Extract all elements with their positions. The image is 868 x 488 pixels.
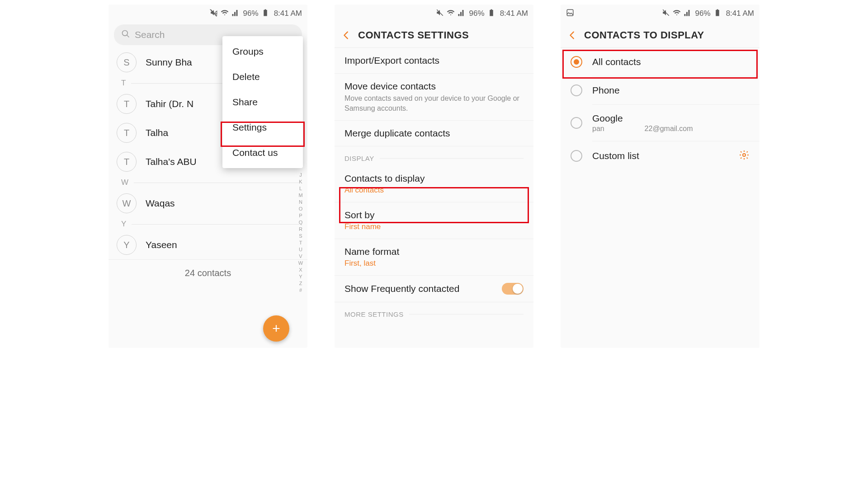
option-custom-list[interactable]: Custom list — [561, 141, 760, 170]
back-button[interactable] — [567, 30, 578, 40]
avatar: S — [117, 52, 137, 72]
screen-contacts-list: 96% 8:41 AM Search S Sunny Bha T T Tahir… — [108, 5, 307, 348]
app-header: CONTACTS SETTINGS — [335, 23, 533, 48]
toggle-switch[interactable] — [502, 283, 524, 295]
section-header-w: W — [108, 176, 307, 189]
settings-list: Import/Export contacts Move device conta… — [335, 48, 533, 322]
radio-button[interactable] — [571, 150, 582, 162]
option-google[interactable]: Google pan 22@gmail.com — [561, 105, 760, 141]
battery-percent: 96% — [243, 9, 259, 18]
svg-point-1 — [123, 30, 128, 36]
radio-button[interactable] — [571, 84, 582, 96]
wifi-icon — [447, 9, 455, 19]
menu-settings[interactable]: Settings — [222, 115, 303, 140]
contact-name: Yaseen — [146, 239, 177, 250]
svg-rect-5 — [567, 9, 573, 16]
alpha-index[interactable]: J K L M N O P Q R S T U V W X Y Z # — [296, 172, 306, 294]
avatar: T — [117, 152, 137, 172]
setting-move-device[interactable]: Move device contacts Move contacts saved… — [335, 74, 533, 121]
screen-contacts-to-display: 96% 8:41 AM CONTACTS TO DISPLAY All cont… — [561, 5, 760, 348]
plus-icon: + — [272, 321, 280, 336]
avatar: Y — [117, 235, 137, 255]
svg-point-8 — [743, 154, 745, 156]
status-time: 8:41 AM — [726, 9, 754, 18]
page-title: CONTACTS TO DISPLAY — [584, 29, 704, 41]
avatar: T — [117, 94, 137, 114]
setting-import-export[interactable]: Import/Export contacts — [335, 48, 533, 74]
mute-icon — [436, 9, 444, 19]
status-bar: 96% 8:41 AM — [561, 5, 760, 23]
add-contact-fab[interactable]: + — [263, 315, 289, 342]
section-header-y: Y — [108, 218, 307, 230]
svg-line-2 — [127, 35, 129, 37]
option-all-contacts[interactable]: All contacts — [561, 48, 760, 76]
svg-rect-7 — [717, 9, 718, 10]
menu-delete[interactable]: Delete — [222, 64, 303, 89]
page-title: CONTACTS SETTINGS — [358, 29, 469, 41]
battery-icon — [713, 9, 722, 19]
search-placeholder: Search — [135, 29, 165, 40]
gear-icon[interactable] — [739, 150, 750, 162]
svg-rect-4 — [491, 9, 492, 10]
chevron-left-icon — [341, 30, 351, 40]
radio-button[interactable] — [571, 56, 582, 68]
menu-groups[interactable]: Groups — [222, 39, 303, 64]
radio-button[interactable] — [571, 117, 582, 129]
search-icon — [121, 29, 130, 41]
status-time: 8:41 AM — [274, 9, 302, 18]
svg-rect-0 — [264, 9, 266, 10]
battery-icon — [487, 9, 495, 19]
screen-contacts-settings: 96% 8:41 AM CONTACTS SETTINGS Import/Exp… — [335, 5, 533, 348]
avatar: T — [117, 123, 137, 143]
contact-name: Sunny Bha — [146, 57, 192, 68]
battery-percent: 96% — [695, 9, 711, 18]
section-display: DISPLAY — [335, 146, 533, 166]
setting-contacts-to-display[interactable]: Contacts to display All contacts — [335, 166, 533, 202]
setting-name-format[interactable]: Name format First, last — [335, 239, 533, 276]
section-more-settings: MORE SETTINGS — [335, 302, 533, 322]
picture-icon — [566, 9, 574, 19]
setting-sort-by[interactable]: Sort by First name — [335, 202, 533, 239]
contacts-count: 24 contacts — [108, 259, 307, 278]
signal-icon — [684, 9, 692, 19]
avatar: W — [117, 193, 137, 213]
display-options: All contacts Phone Google pan 22@gmail.c… — [561, 48, 760, 170]
battery-percent: 96% — [469, 9, 485, 18]
signal-icon — [458, 9, 466, 19]
battery-icon — [261, 9, 269, 19]
contact-row[interactable]: Y Yaseen — [108, 230, 307, 259]
wifi-icon — [221, 9, 229, 19]
mute-icon — [210, 9, 218, 19]
mute-icon — [662, 9, 670, 19]
status-bar: 96% 8:41 AM — [108, 5, 307, 23]
contact-name: Waqas — [146, 198, 175, 209]
wifi-icon — [673, 9, 681, 19]
chevron-left-icon — [567, 30, 577, 40]
setting-merge-duplicates[interactable]: Merge duplicate contacts — [335, 121, 533, 146]
menu-contact-us[interactable]: Contact us — [222, 140, 303, 165]
status-bar: 96% 8:41 AM — [335, 5, 533, 23]
app-header: CONTACTS TO DISPLAY — [561, 23, 760, 48]
back-button[interactable] — [341, 30, 352, 40]
overflow-menu: Groups Delete Share Settings Contact us — [222, 36, 303, 168]
signal-icon — [231, 9, 240, 19]
contact-name: Talha's ABU — [146, 156, 197, 167]
menu-share[interactable]: Share — [222, 89, 303, 115]
status-time: 8:41 AM — [500, 9, 528, 18]
setting-show-frequently[interactable]: Show Frequently contacted — [335, 276, 533, 302]
contact-row[interactable]: W Waqas — [108, 189, 307, 218]
contact-name: Talha — [146, 127, 168, 138]
option-phone[interactable]: Phone — [561, 76, 760, 104]
contact-name: Tahir (Dr. N — [146, 99, 193, 109]
